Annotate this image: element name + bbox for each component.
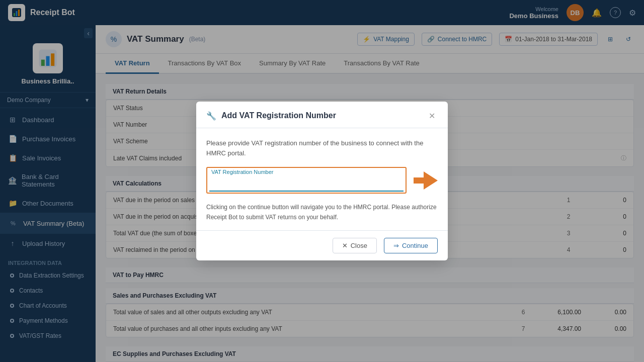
modal-continue-button[interactable]: ⇒ Continue [384,238,438,253]
modal-overlay: 🔧 Add VAT Registration Number ✕ Please p… [0,0,644,362]
modal-note: Clicking on the continue button will nav… [206,203,438,222]
vat-registration-input[interactable] [209,176,404,192]
add-vat-modal: 🔧 Add VAT Registration Number ✕ Please p… [196,102,448,260]
modal-title: Add VAT Registration Number [221,111,421,120]
continue-label: Continue [402,242,428,249]
modal-close-button[interactable]: ✕ Close [333,238,377,253]
close-x-icon: ✕ [342,242,348,249]
arrow-indicator [414,171,438,190]
svg-marker-8 [414,171,438,190]
vat-input-label: VAT Registration Number [211,169,274,175]
modal-footer: ✕ Close ⇒ Continue [196,230,448,260]
vat-input-container: VAT Registration Number [206,167,407,194]
modal-description: Please provide VAT registration number o… [206,138,438,158]
continue-arrow-icon: ⇒ [393,242,399,249]
vat-input-row: VAT Registration Number [206,167,438,194]
modal-body: Please provide VAT registration number o… [196,128,448,230]
modal-header: 🔧 Add VAT Registration Number ✕ [196,102,448,128]
modal-close-x-button[interactable]: ✕ [426,110,438,122]
modal-header-icon: 🔧 [206,111,216,121]
close-label: Close [351,242,367,249]
